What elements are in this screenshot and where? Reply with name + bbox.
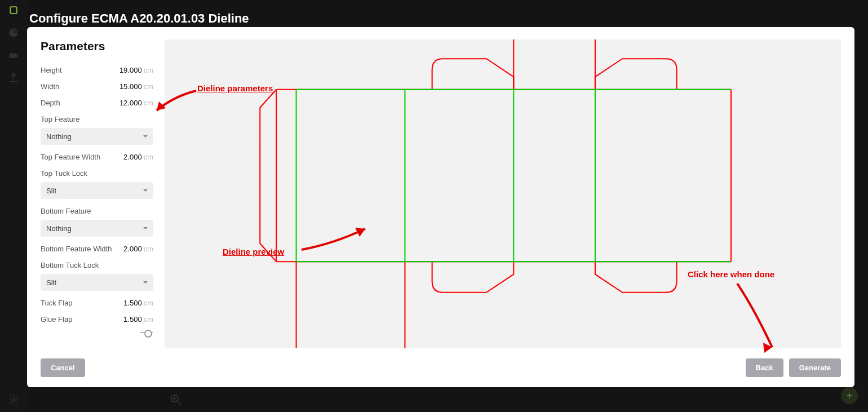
param-label: Depth — [41, 99, 60, 107]
param-tuck-flap[interactable]: Tuck Flap 1.500cm — [41, 295, 153, 311]
param-top-feature: Top Feature Nothing — [41, 111, 153, 149]
gear-icon[interactable] — [8, 394, 19, 405]
configure-dialog: Parameters Height 19.000cm Width 15.000c… — [27, 27, 854, 387]
select-bottom-feature[interactable]: Nothing — [41, 220, 153, 237]
zoom-icon[interactable] — [169, 393, 183, 406]
chevron-down-icon — [143, 189, 148, 192]
svg-rect-0 — [10, 7, 17, 14]
pie-icon[interactable] — [8, 27, 19, 38]
app-side-rail — [0, 0, 27, 412]
select-top-tuck-lock[interactable]: Slit — [41, 182, 153, 199]
parameters-heading: Parameters — [41, 39, 153, 53]
param-top-tuck-lock: Top Tuck Lock Slit — [41, 165, 153, 203]
param-bottom-feature-width[interactable]: Bottom Feature Width 2.000cm — [41, 241, 153, 257]
param-bottom-feature: Bottom Feature Nothing — [41, 203, 153, 241]
parameters-panel: Parameters Height 19.000cm Width 15.000c… — [41, 39, 153, 348]
chevron-down-icon — [143, 135, 148, 138]
param-label: Width — [41, 82, 59, 91]
add-fab[interactable]: + — [841, 387, 858, 404]
slider-icon — [140, 331, 153, 334]
param-label: Height — [41, 66, 62, 74]
svg-rect-1 — [10, 54, 16, 58]
svg-line-12 — [178, 401, 181, 405]
param-width[interactable]: Width 15.000cm — [41, 78, 153, 95]
cancel-button[interactable]: Cancel — [41, 358, 85, 377]
camera-icon[interactable] — [8, 50, 19, 61]
select-top-feature[interactable]: Nothing — [41, 128, 153, 145]
dialog-footer: Cancel Back Generate — [27, 354, 854, 387]
next-section-peek — [41, 327, 153, 334]
param-depth[interactable]: Depth 12.000cm — [41, 95, 153, 111]
svg-point-2 — [12, 398, 15, 401]
generate-button[interactable]: Generate — [789, 358, 841, 377]
dieline-svg — [249, 39, 756, 348]
dieline-preview — [165, 39, 841, 348]
param-glue-flap[interactable]: Glue Flap 1.500cm — [41, 311, 153, 327]
package-icon[interactable] — [8, 5, 19, 16]
select-bottom-tuck-lock[interactable]: Slit — [41, 274, 153, 291]
upload-icon[interactable] — [8, 72, 19, 83]
param-bottom-tuck-lock: Bottom Tuck Lock Slit — [41, 257, 153, 295]
param-top-feature-width[interactable]: Top Feature Width 2.000cm — [41, 149, 153, 165]
param-height[interactable]: Height 19.000cm — [41, 62, 153, 78]
chevron-down-icon — [143, 281, 148, 283]
chevron-down-icon — [143, 227, 148, 229]
back-button[interactable]: Back — [746, 358, 783, 377]
